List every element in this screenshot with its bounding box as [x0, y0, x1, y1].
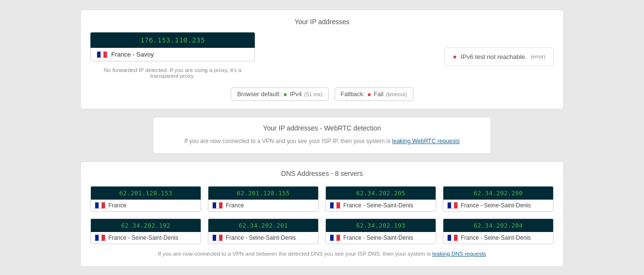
webrtc-text-main: If you are now connected to a VPN and yo… — [184, 138, 390, 145]
dns-location-1: France — [208, 200, 318, 211]
dns-card: DNS Addresses - 8 servers 62.201.128.153… — [80, 161, 564, 267]
dns-server-entry: 62.201.128.155 France — [208, 186, 319, 212]
webrtc-description: If you are now connected to a VPN and yo… — [163, 137, 481, 145]
dns-ip-7: 62.34.202.204 — [443, 219, 553, 232]
fallback-status: Fail — [374, 91, 383, 98]
dns-location-text-3: France - Seine-Saint-Denis — [461, 202, 531, 209]
dns-location-text-6: France - Seine-Saint-Denis — [343, 234, 413, 241]
browser-default-green-dot: ● — [283, 90, 287, 98]
dns-location-3: France - Seine-Saint-Denis — [443, 200, 553, 211]
fallback-timeout: (timeout) — [386, 91, 407, 97]
dns-location-7: France - Seine-Saint-Denis — [443, 232, 553, 244]
browser-default-status: IPv4 — [290, 91, 302, 98]
browser-default-badge: Browser default: ● IPv4 (51 ms) — [231, 87, 328, 101]
dns-server-entry: 62.201.128.153 France — [90, 186, 201, 212]
page-wrapper: Your IP addresses 176.153.110.235 France… — [80, 10, 564, 267]
dns-ip-3: 62.34.202.200 — [443, 187, 553, 200]
ip-card-title: Your IP addresses — [90, 18, 554, 26]
dns-location-text-1: France — [226, 202, 244, 209]
dns-leak-link[interactable]: leaking DNS requests — [432, 251, 486, 257]
dns-ip-1: 62.201.128.155 — [208, 187, 318, 200]
browser-default-ms: (51 ms) — [304, 91, 322, 97]
flag-icon-6 — [330, 234, 340, 241]
ip-box-left: 176.153.110.235 France - Savoy No forwar… — [90, 32, 255, 81]
dns-grid: 62.201.128.153 France 62.201.128.155 Fra… — [90, 186, 554, 244]
dns-location-6: France - Seine-Saint-Denis — [326, 232, 436, 244]
dns-location-text-2: France - Seine-Saint-Denis — [343, 202, 413, 209]
fallback-red-dot: ● — [367, 90, 371, 98]
dns-location-text-7: France - Seine-Saint-Denis — [461, 234, 531, 241]
dns-location-4: France - Seine-Saint-Denis — [91, 232, 201, 244]
fallback-badge: Fallback: ● Fail (timeout) — [335, 87, 413, 101]
dns-location-2: France - Seine-Saint-Denis — [326, 200, 436, 211]
dns-server-entry: 62.34.202.205 France - Seine-Saint-Denis — [325, 186, 436, 212]
dns-ip-6: 62.34.202.193 — [326, 219, 436, 232]
flag-icon-2 — [330, 202, 340, 209]
flag-icon-7 — [447, 234, 458, 241]
ipv6-status-text: IPv6 test not reachable. — [461, 53, 527, 60]
dns-ip-0: 62.201.128.153 — [91, 187, 201, 200]
france-flag-icon — [97, 51, 107, 58]
dns-location-text-0: France — [108, 202, 126, 209]
dns-footer: If you are now connected to a VPN and be… — [90, 251, 554, 257]
ipv6-red-dot-icon: ● — [453, 53, 456, 60]
dns-location-text-5: France - Seine-Saint-Denis — [226, 234, 296, 241]
dns-server-entry: 62.34.202.201 France - Seine-Saint-Denis — [208, 218, 319, 244]
ip-addresses-card: Your IP addresses 176.153.110.235 France… — [80, 10, 564, 109]
dns-ip-2: 62.34.202.205 — [326, 187, 436, 200]
ip-address-display: 176.153.110.235 — [90, 32, 255, 48]
ip-location-row: France - Savoy — [90, 48, 255, 61]
ipv6-error-label: (error) — [530, 54, 545, 59]
dns-server-entry: 62.34.202.204 France - Seine-Saint-Denis — [443, 218, 554, 244]
status-row: Browser default: ● IPv4 (51 ms) Fallback… — [90, 87, 554, 101]
flag-icon-4 — [95, 234, 105, 241]
dns-footer-text: If you are now connected to a VPN and be… — [158, 251, 431, 257]
flag-icon-0 — [95, 202, 105, 209]
ipv6-status-box: ● IPv6 test not reachable. (error) — [444, 47, 554, 66]
fallback-label: Fallback: — [341, 91, 365, 98]
flag-icon-5 — [212, 234, 223, 241]
dns-server-entry: 62.34.202.192 France - Seine-Saint-Denis — [90, 218, 201, 244]
flag-icon-3 — [447, 202, 458, 209]
dns-location-0: France — [91, 200, 201, 211]
webrtc-leak-link[interactable]: leaking WebRTC requests — [392, 138, 460, 145]
dns-server-entry: 62.34.202.193 France - Seine-Saint-Denis — [325, 218, 436, 244]
no-forward-text: No forwarded IP detected. If you are usi… — [90, 67, 255, 79]
webrtc-card-wrapper: Your IP addresses - WebRTC detection If … — [80, 117, 564, 154]
dns-ip-4: 62.34.202.192 — [91, 219, 201, 232]
ip-main-section: 176.153.110.235 France - Savoy No forwar… — [90, 32, 554, 81]
browser-default-label: Browser default: — [237, 91, 280, 98]
dns-location-text-4: France - Seine-Saint-Denis — [108, 234, 178, 241]
webrtc-card: Your IP addresses - WebRTC detection If … — [153, 117, 491, 154]
ip-location-text: France - Savoy — [111, 51, 154, 58]
dns-server-entry: 62.34.202.200 France - Seine-Saint-Denis — [443, 186, 554, 212]
dns-ip-5: 62.34.202.201 — [208, 219, 318, 232]
dns-location-5: France - Seine-Saint-Denis — [208, 232, 318, 244]
flag-icon-1 — [212, 202, 223, 209]
dns-title: DNS Addresses - 8 servers — [90, 170, 554, 177]
webrtc-title: Your IP addresses - WebRTC detection — [163, 124, 481, 132]
